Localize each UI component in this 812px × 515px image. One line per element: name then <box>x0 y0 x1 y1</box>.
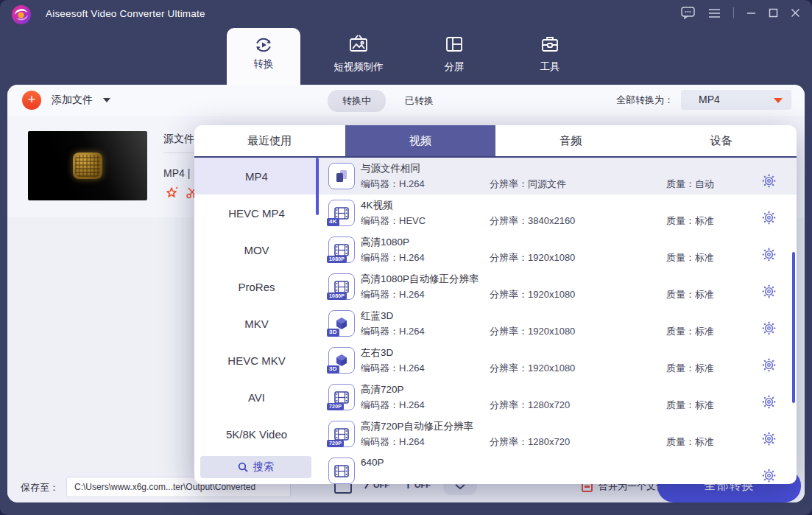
settings-gear-icon[interactable] <box>762 321 776 335</box>
quality-cell: 质量：标准 <box>666 288 714 301</box>
settings-gear-icon[interactable] <box>762 432 776 446</box>
chevron-down-icon <box>455 484 465 490</box>
tab-video-maker-label: 短视频制作 <box>333 60 384 74</box>
film-icon <box>334 465 349 477</box>
settings-gear-icon[interactable] <box>762 284 776 298</box>
save-to-label: 保存至： <box>21 481 59 494</box>
quality-cell: 质量：标准 <box>666 362 714 375</box>
sidebar-item-mkv[interactable]: MKV <box>194 305 319 342</box>
format-icon: 4K <box>328 200 355 226</box>
output-format-value: MP4 <box>699 94 720 105</box>
popup-tab-device[interactable]: 设备 <box>646 125 797 156</box>
format-title: 4K视频 <box>361 199 393 212</box>
effect-wand-icon[interactable] <box>165 186 178 200</box>
settings-gear-icon[interactable] <box>762 248 776 262</box>
format-row[interactable]: 3D红蓝3D编码器：H.264分辨率：1920x1080质量：标准 <box>319 305 797 342</box>
sidebar-item-avi[interactable]: AVI <box>194 379 319 416</box>
format-row[interactable]: 3D左右3D编码器：H.264分辨率：1920x1080质量：标准 <box>319 342 797 379</box>
add-files-label[interactable]: 添加文件 <box>52 94 93 107</box>
app-window: Aiseesoft Video Converter Ultimate <box>0 0 812 515</box>
film-icon <box>334 428 349 441</box>
titlebar: Aiseesoft Video Converter Ultimate <box>0 0 812 28</box>
format-row[interactable]: 720P高清720P自动修正分辨率编码器：H.264分辨率：1280x720质量… <box>319 416 797 452</box>
format-badge: 720P <box>327 440 344 447</box>
format-icon <box>328 458 355 484</box>
sidebar-item-mov[interactable]: MOV <box>194 231 319 268</box>
sidebar-item-hevc-mp4[interactable]: HEVC MP4 <box>194 195 319 231</box>
quality-cell: 质量：标准 <box>666 325 714 338</box>
sidebar-item-5k-8k-video[interactable]: 5K/8K Video <box>194 416 319 452</box>
resolution-cell: 分辨率：1280x720 <box>490 435 666 449</box>
resolution-cell: 分辨率：同源文件 <box>490 178 666 191</box>
format-badge: 3D <box>327 365 339 374</box>
format-icon: 3D <box>328 347 355 374</box>
tab-split-screen[interactable]: 分屏 <box>410 31 498 83</box>
source-format-info: MP4 | <box>163 167 190 179</box>
tab-toolbox[interactable]: 工具 <box>506 31 594 83</box>
format-row[interactable]: 1080P高清1080P编码器：H.264分辨率：1920x1080质量：标准 <box>319 231 797 268</box>
split-screen-icon <box>444 31 465 57</box>
list-scrollbar[interactable] <box>792 252 795 403</box>
format-badge: 1080P <box>327 256 347 263</box>
film-icon <box>334 391 349 404</box>
tab-convert[interactable]: 转换 <box>227 28 300 85</box>
toolbox-icon <box>540 31 560 57</box>
settings-gear-icon[interactable] <box>762 211 776 225</box>
settings-gear-icon[interactable] <box>762 395 776 409</box>
minimize-icon[interactable] <box>746 8 756 18</box>
format-badge: 720P <box>327 403 344 410</box>
sidebar-item-hevc-mkv[interactable]: HEVC MKV <box>194 342 319 379</box>
format-row[interactable]: 640P <box>319 452 797 484</box>
popup-tab-audio[interactable]: 音频 <box>495 125 646 156</box>
search-button[interactable]: 搜索 <box>200 456 311 478</box>
popup-tab-recent[interactable]: 最近使用 <box>194 125 345 156</box>
format-badge: 3D <box>327 329 339 337</box>
format-row[interactable]: 与源文件相同编码器：H.264分辨率：同源文件质量：自动 <box>319 158 797 195</box>
add-files-button[interactable]: + <box>22 91 41 110</box>
format-row[interactable]: 4K4K视频编码器：HEVC分辨率：3840x2160质量：标准 <box>319 195 797 231</box>
resolution-cell: 分辨率：1920x1080 <box>490 362 666 375</box>
convert-icon <box>253 32 274 57</box>
encoder-cell: 编码器：H.264 <box>361 288 490 301</box>
encoder-cell: 编码器：H.264 <box>361 435 490 449</box>
convert-all-to-label: 全部转换为： <box>616 94 674 107</box>
format-row[interactable]: 1080P高清1080P自动修正分辨率编码器：H.264分辨率：1920x108… <box>319 268 797 305</box>
thumbnail-seal-art <box>73 153 102 179</box>
output-format-caret-icon <box>774 98 783 103</box>
resolution-cell: 分辨率：1280x720 <box>490 399 666 412</box>
add-files-dropdown-caret[interactable] <box>103 98 110 102</box>
tab-video-maker[interactable]: 短视频制作 <box>314 31 403 83</box>
resolution-cell: 分辨率：1920x1080 <box>490 251 666 264</box>
format-popup: 最近使用 视频 音频 设备 MP4HEVC MP4MOVProResMKVHEV… <box>194 125 797 484</box>
maximize-icon[interactable] <box>769 8 778 18</box>
resolution-cell: 分辨率：3840x2160 <box>490 214 666 228</box>
segment-converting[interactable]: 转换中 <box>328 90 386 112</box>
close-icon[interactable] <box>791 8 800 18</box>
format-popup-tabs: 最近使用 视频 音频 设备 <box>194 125 797 156</box>
output-format-select[interactable]: MP4 <box>681 90 791 110</box>
settings-gear-icon[interactable] <box>762 358 776 372</box>
tab-toolbox-label: 工具 <box>540 60 560 74</box>
film-icon <box>334 244 349 256</box>
search-icon <box>238 462 248 472</box>
quality-cell: 质量：标准 <box>666 399 714 412</box>
format-title: 与源文件相同 <box>361 162 420 175</box>
encoder-cell: 编码器：HEVC <box>361 214 490 228</box>
video-thumbnail[interactable] <box>28 131 147 200</box>
toolbar: + 添加文件 转换中 已转换 全部转换为： MP4 <box>7 85 805 116</box>
format-row[interactable]: 720P高清720P编码器：H.264分辨率：1280x720质量：标准 <box>319 379 797 416</box>
encoder-cell: 编码器：H.264 <box>361 178 490 191</box>
menu-icon[interactable] <box>708 8 721 18</box>
format-list: 与源文件相同编码器：H.264分辨率：同源文件质量：自动4K4K视频编码器：HE… <box>319 158 797 484</box>
segment-converted[interactable]: 已转换 <box>405 94 434 108</box>
sidebar-item-prores[interactable]: ProRes <box>194 268 319 305</box>
popup-tab-video[interactable]: 视频 <box>345 125 496 156</box>
film-icon <box>334 281 349 293</box>
quality-cell: 质量：自动 <box>666 178 714 191</box>
sidebar-item-mp4[interactable]: MP4 <box>194 158 319 195</box>
settings-gear-icon[interactable] <box>762 174 776 188</box>
feedback-icon[interactable] <box>681 7 696 19</box>
format-sidebar-items: MP4HEVC MP4MOVProResMKVHEVC MKVAVI5K/8K … <box>194 158 319 452</box>
settings-gear-icon[interactable] <box>762 469 776 483</box>
format-icon: 1080P <box>328 237 355 263</box>
